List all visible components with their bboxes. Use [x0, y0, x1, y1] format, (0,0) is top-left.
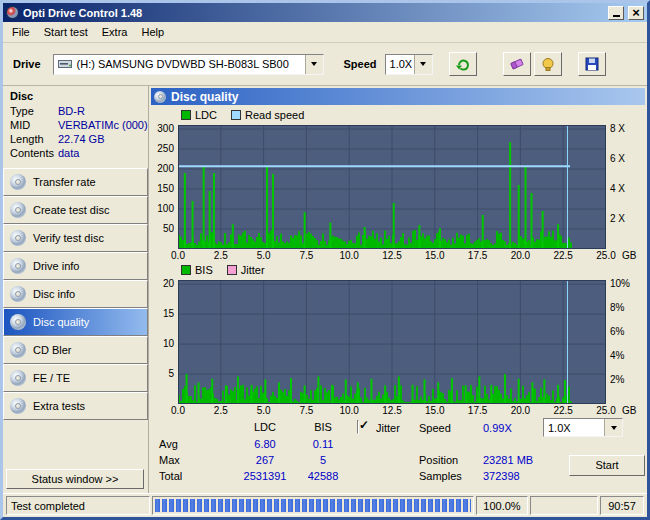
legend-label: BIS	[195, 264, 213, 276]
svg-text:20.0: 20.0	[511, 405, 531, 416]
progress-fill	[155, 499, 471, 512]
svg-text:15: 15	[163, 308, 175, 319]
app-icon	[6, 6, 19, 19]
sidebar-button-label: Transfer rate	[33, 176, 96, 188]
svg-text:17.5: 17.5	[468, 405, 488, 416]
speed-select-dropdown-button[interactable]	[604, 419, 622, 436]
panel-title: Disc quality	[171, 90, 238, 104]
disc-icon	[10, 342, 26, 358]
legend-swatch	[231, 110, 241, 120]
window-title: Opti Drive Control 1.48	[23, 7, 604, 19]
disc-info-value: BD-R	[58, 105, 85, 117]
menu-item-start-test[interactable]: Start test	[37, 24, 95, 40]
svg-text:10.0: 10.0	[339, 250, 359, 261]
menu-item-extra[interactable]: Extra	[95, 24, 135, 40]
disc-info-row: Length22.74 GB	[3, 132, 148, 146]
stats-panel: LDC BIS Jitter Speed 0.99X 1.0X Avg 6.80…	[151, 417, 646, 493]
minimize-icon	[613, 15, 620, 17]
status-bar: Test completed 100.0% 90:57	[3, 493, 647, 517]
speed-stat-label: Speed	[419, 422, 451, 434]
ldc-read-speed-chart: 0.02.55.07.510.012.515.017.520.022.525.0…	[151, 122, 646, 262]
refresh-icon	[455, 56, 471, 72]
svg-text:0.0: 0.0	[171, 250, 185, 261]
sidebar-button-label: Extra tests	[33, 400, 85, 412]
sidebar-button-disc-info[interactable]: Disc info	[3, 280, 148, 308]
svg-text:25.0: 25.0	[596, 405, 616, 416]
svg-text:2.5: 2.5	[214, 250, 228, 261]
speed-select-secondary[interactable]: 1.0X	[543, 418, 623, 437]
samples-label: Samples	[419, 470, 462, 482]
svg-text:20: 20	[163, 278, 175, 289]
chevron-down-icon	[420, 62, 426, 66]
sidebar-button-fe-te[interactable]: FE / TE	[3, 364, 148, 392]
sidebar-button-transfer-rate[interactable]: Transfer rate	[3, 168, 148, 196]
chevron-down-icon	[311, 62, 317, 66]
svg-text:17.5: 17.5	[468, 250, 488, 261]
disc-info: TypeBD-RMIDVERBATIMc (000)Length22.74 GB…	[3, 104, 148, 160]
disc-icon	[10, 230, 26, 246]
svg-text:5.0: 5.0	[257, 405, 271, 416]
disc-icon	[10, 258, 26, 274]
sidebar-button-cd-bler[interactable]: CD Bler	[3, 336, 148, 364]
jitter-label: Jitter	[376, 422, 400, 434]
drive-select[interactable]: (H:) SAMSUNG DVDWBD SH-B083L SB00	[53, 54, 324, 75]
menu-item-file[interactable]: File	[5, 24, 37, 40]
sidebar-button-extra-tests[interactable]: Extra tests	[3, 392, 148, 420]
disc-info-row: Contentsdata	[3, 146, 148, 160]
erase-disc-button[interactable]	[503, 52, 531, 76]
total-row-label: Total	[159, 470, 182, 482]
jitter-checkbox[interactable]	[357, 420, 359, 434]
sidebar-button-label: Disc quality	[33, 316, 89, 328]
legend-swatch	[227, 265, 237, 275]
toolbar: Drive (H:) SAMSUNG DVDWBD SH-B083L SB00 …	[3, 43, 647, 85]
sidebar-button-label: Disc info	[33, 288, 75, 300]
legend-swatch	[181, 110, 191, 120]
menu-item-help[interactable]: Help	[134, 24, 171, 40]
disc-icon	[10, 370, 26, 386]
ldc-column-header: LDC	[237, 421, 293, 433]
svg-text:5.0: 5.0	[257, 250, 271, 261]
hand-icon	[540, 56, 556, 72]
svg-text:100: 100	[157, 203, 174, 214]
svg-text:150: 150	[157, 183, 174, 194]
status-window-button[interactable]: Status window >>	[6, 469, 144, 489]
legend-label: Read speed	[245, 109, 304, 121]
sidebar-button-drive-info[interactable]: Drive info	[3, 252, 148, 280]
start-button[interactable]: Start	[569, 455, 645, 476]
disc-info-value: VERBATIMc (000)	[58, 119, 148, 131]
svg-text:4%: 4%	[610, 350, 625, 361]
drive-dropdown-button[interactable]	[305, 55, 323, 74]
disc-icon	[10, 202, 26, 218]
avg-ldc-value: 6.80	[237, 438, 293, 450]
svg-text:200: 200	[157, 163, 174, 174]
max-bis-value: 5	[299, 454, 347, 466]
disc-info-row: TypeBD-R	[3, 104, 148, 118]
svg-text:22.5: 22.5	[553, 250, 573, 261]
speed-dropdown-button[interactable]	[414, 55, 432, 74]
menu-bar: FileStart testExtraHelp	[3, 22, 647, 43]
sidebar: Disc TypeBD-RMIDVERBATIMc (000)Length22.…	[3, 86, 149, 493]
sidebar-button-label: Create test disc	[33, 204, 109, 216]
svg-text:12.5: 12.5	[382, 250, 402, 261]
sidebar-button-disc-quality[interactable]: Disc quality	[3, 308, 148, 336]
speed-select[interactable]: 1.0X	[385, 54, 433, 75]
close-button[interactable]	[628, 6, 644, 20]
save-button[interactable]	[578, 52, 606, 76]
legend-item-jitter: Jitter	[227, 264, 265, 276]
svg-text:12.5: 12.5	[382, 405, 402, 416]
sidebar-button-verify-test-disc[interactable]: Verify test disc	[3, 224, 148, 252]
svg-text:2%: 2%	[610, 374, 625, 385]
title-bar[interactable]: Opti Drive Control 1.48	[3, 3, 647, 22]
total-ldc-value: 2531391	[237, 470, 293, 482]
svg-text:GB: GB	[622, 250, 637, 261]
write-disc-button[interactable]	[534, 52, 562, 76]
refresh-button[interactable]	[449, 52, 477, 76]
svg-text:2 X: 2 X	[610, 213, 625, 224]
svg-text:0.0: 0.0	[171, 405, 185, 416]
sidebar-button-create-test-disc[interactable]: Create test disc	[3, 196, 148, 224]
minimize-button[interactable]	[608, 6, 624, 20]
speed-value: 1.0X	[390, 58, 413, 70]
progress-percent: 100.0%	[476, 496, 528, 515]
svg-text:20.0: 20.0	[511, 250, 531, 261]
legend-label: Jitter	[241, 264, 265, 276]
